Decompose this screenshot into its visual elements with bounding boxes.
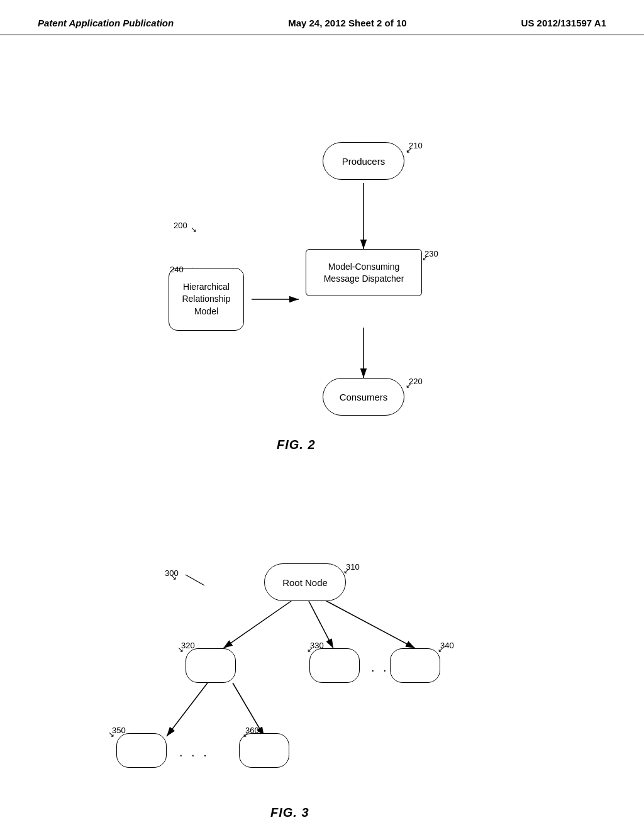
- diagram-svg: [0, 35, 644, 827]
- producers-node: Producers: [323, 142, 404, 180]
- node-320: [186, 648, 236, 683]
- page-header: Patent Application Publication May 24, 2…: [0, 0, 644, 35]
- producers-label: Producers: [342, 156, 385, 167]
- dispatcher-line2: Message Dispatcher: [324, 273, 404, 284]
- hierarchical-line2: Relationship: [182, 293, 230, 306]
- header-right: US 2012/131597 A1: [521, 18, 606, 28]
- label-200: 200: [174, 221, 187, 230]
- root-node-label: Root Node: [282, 577, 328, 588]
- main-content: Producers 210 ↙ Model-Consuming Message …: [0, 35, 644, 827]
- header-left: Patent Application Publication: [38, 18, 174, 28]
- hierarchical-node: Hierarchical Relationship Model: [169, 268, 244, 331]
- consumers-label: Consumers: [340, 392, 388, 402]
- fig3-caption: FIG. 3: [270, 805, 309, 820]
- dots-bottom: · · ·: [179, 748, 209, 762]
- svg-line-9: [167, 683, 208, 736]
- svg-line-11: [186, 575, 204, 585]
- root-node: Root Node: [264, 563, 346, 601]
- fig2-caption: FIG. 2: [277, 438, 316, 452]
- node-350: [116, 733, 167, 768]
- hierarchical-line3: Model: [194, 306, 218, 318]
- label-240: 240: [170, 265, 184, 274]
- node-340: [390, 648, 440, 683]
- node-330: [309, 648, 360, 683]
- dispatcher-line1: Model-Consuming: [328, 261, 400, 272]
- consumers-node: Consumers: [323, 378, 404, 416]
- svg-line-6: [223, 598, 296, 648]
- hierarchical-line1: Hierarchical: [183, 281, 230, 294]
- header-center: May 24, 2012 Sheet 2 of 10: [288, 18, 406, 28]
- svg-line-8: [321, 598, 415, 648]
- dispatcher-node: Model-Consuming Message Dispatcher: [306, 249, 422, 296]
